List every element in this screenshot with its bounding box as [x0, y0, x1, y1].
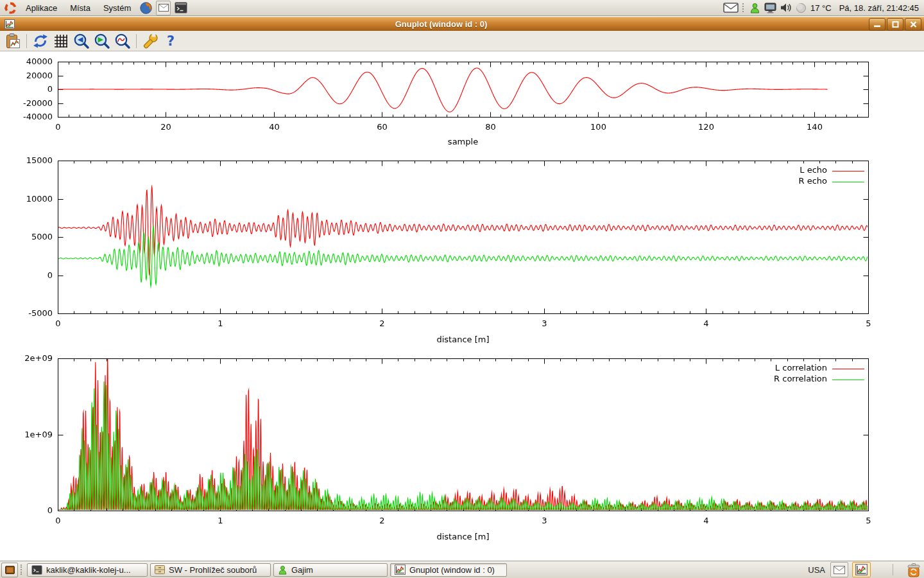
tray-separator: [742, 3, 746, 12]
copy-to-clipboard-button[interactable]: [4, 32, 22, 50]
task-button-terminal[interactable]: kaklik@kaklik-kolej-u...: [27, 563, 148, 577]
trash-icon[interactable]: [906, 563, 921, 577]
gnuplot-tray-button[interactable]: [852, 562, 871, 577]
toolbar-separator: [26, 34, 27, 48]
tray-separator: [893, 564, 893, 575]
taskbar-tray: USA: [808, 562, 923, 577]
window-title: Gnuplot (window id : 0): [15, 19, 868, 29]
toolbar-separator: [136, 34, 137, 48]
task-button-file-manager[interactable]: SW - Prohlížeč souborů: [150, 563, 271, 577]
previous-zoom-button[interactable]: [73, 32, 90, 50]
menu-system[interactable]: Systém: [98, 2, 137, 14]
taskbar: kaklik@kaklik-kolej-u... SW - Prohlížeč …: [0, 561, 924, 578]
mail-tray-icon: [834, 566, 845, 574]
keyboard-layout-indicator[interactable]: USA: [808, 565, 825, 575]
terminal-icon[interactable]: [173, 1, 188, 15]
task-label: kaklik@kaklik-kolej-u...: [46, 565, 131, 575]
plots-canvas[interactable]: [0, 0, 924, 559]
menu-applications[interactable]: Aplikace: [20, 2, 63, 14]
window-titlebar[interactable]: Gnuplot (window id : 0): [0, 17, 924, 31]
gnuplot-toolbar: ?: [0, 31, 924, 51]
task-label: Gajim: [291, 565, 313, 575]
ubuntu-menu-icon[interactable]: [3, 1, 18, 15]
gnome-top-panel: Aplikace Místa Systém: [0, 0, 924, 16]
desktop: { "panel": { "menus": ["Aplikace", "Míst…: [0, 0, 924, 578]
clock-label[interactable]: Pá, 18. září, 21:42:45: [839, 3, 919, 13]
toggle-grid-button[interactable]: [52, 32, 70, 50]
help-icon: ?: [167, 33, 175, 49]
next-zoom-button[interactable]: [93, 32, 111, 50]
temperature-label: 17 °C: [810, 3, 832, 13]
gnuplot-window-icon: [4, 19, 15, 29]
panel-tray: 17 °C Pá, 18. září, 21:42:45: [723, 3, 921, 13]
firefox-icon[interactable]: [139, 1, 153, 15]
mail-notification-icon[interactable]: [723, 3, 739, 13]
task-button-gnuplot[interactable]: Gnuplot (window id : 0): [390, 563, 507, 577]
autoscale-button[interactable]: [114, 32, 132, 50]
gnuplot-icon: [395, 565, 406, 575]
settings-wrench-button[interactable]: [141, 32, 159, 50]
show-desktop-button[interactable]: [1, 563, 18, 577]
gnuplot-tray-icon: [855, 564, 868, 575]
gajim-status-icon[interactable]: [749, 3, 760, 13]
minimize-button[interactable]: [869, 18, 886, 31]
maximize-button[interactable]: [887, 18, 903, 31]
replot-button[interactable]: [31, 32, 49, 50]
volume-icon[interactable]: [780, 3, 792, 13]
task-label: Gnuplot (window id : 0): [409, 565, 495, 575]
close-button[interactable]: [905, 18, 921, 31]
terminal-icon: [31, 565, 42, 575]
mail-icon[interactable]: [156, 1, 171, 15]
help-button[interactable]: ?: [162, 32, 180, 50]
gajim-icon: [278, 565, 287, 575]
mail-tray-button[interactable]: [830, 562, 848, 577]
weather-icon[interactable]: [796, 3, 807, 13]
tasklist-handle: [21, 565, 24, 575]
task-label: SW - Prohlížeč souborů: [169, 565, 257, 575]
file-manager-icon: [155, 565, 165, 574]
task-button-gajim[interactable]: Gajim: [273, 563, 388, 577]
display-icon[interactable]: [764, 3, 776, 13]
menu-places[interactable]: Místa: [64, 2, 96, 14]
